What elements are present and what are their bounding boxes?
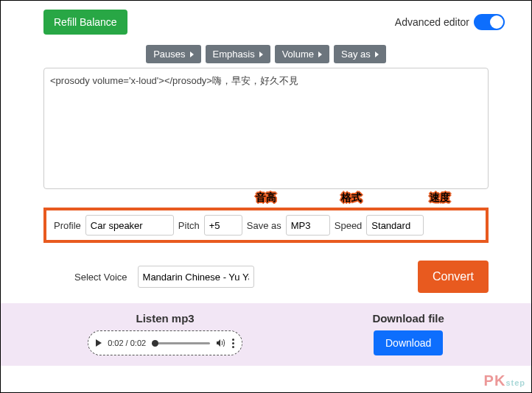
audio-player[interactable]: 0:02 / 0:02 — [88, 330, 242, 355]
saveas-input[interactable] — [286, 215, 330, 236]
refill-balance-button[interactable]: Refill Balance — [43, 10, 127, 35]
chevron-right-icon — [318, 52, 322, 57]
download-title: Download file — [372, 312, 444, 325]
ssml-pauses-button[interactable]: Pauses — [146, 45, 200, 63]
speed-label: Speed — [335, 220, 363, 231]
annotation-format: 格式 — [341, 191, 362, 205]
result-panel: Listen mp3 0:02 / 0:02 Download file Dow… — [1, 303, 531, 366]
profile-input[interactable] — [85, 215, 174, 236]
pitch-label: Pitch — [178, 220, 200, 231]
audio-time: 0:02 / 0:02 — [108, 339, 146, 347]
speaker-icon — [216, 338, 226, 348]
watermark: PKstep — [484, 372, 525, 389]
pitch-input[interactable] — [204, 215, 242, 236]
download-button[interactable]: Download — [374, 330, 443, 355]
annotations: 音高 格式 速度 — [1, 191, 531, 208]
play-icon — [96, 339, 102, 347]
convert-button[interactable]: Convert — [418, 261, 489, 293]
speed-input[interactable] — [366, 215, 424, 236]
annotation-speed: 速度 — [430, 191, 450, 205]
advanced-editor-toggle-wrap: Advanced editor — [395, 14, 505, 30]
listen-title: Listen mp3 — [88, 312, 242, 325]
ssml-emphasis-button[interactable]: Emphasis — [206, 45, 270, 63]
audio-progress[interactable] — [152, 342, 210, 344]
ssml-sayas-button[interactable]: Say as — [334, 45, 386, 63]
saveas-label: Save as — [247, 220, 281, 231]
ssml-volume-button[interactable]: Volume — [275, 45, 329, 63]
chevron-right-icon — [190, 52, 194, 57]
settings-row: Profile Pitch Save as Speed — [43, 208, 489, 243]
more-icon — [232, 339, 234, 348]
select-voice-label: Select Voice — [74, 272, 127, 283]
chevron-right-icon — [375, 52, 379, 57]
annotation-pitch: 音高 — [256, 191, 276, 205]
ssml-textarea[interactable]: <prosody volume='x-loud'></prosody>嗨，早安，… — [43, 68, 489, 189]
select-voice-input[interactable] — [138, 266, 254, 288]
ssml-toolbar: Pauses Emphasis Volume Say as — [1, 39, 531, 68]
advanced-editor-toggle[interactable] — [474, 14, 505, 30]
advanced-editor-label: Advanced editor — [395, 16, 469, 28]
chevron-right-icon — [259, 52, 263, 57]
profile-label: Profile — [54, 220, 81, 231]
